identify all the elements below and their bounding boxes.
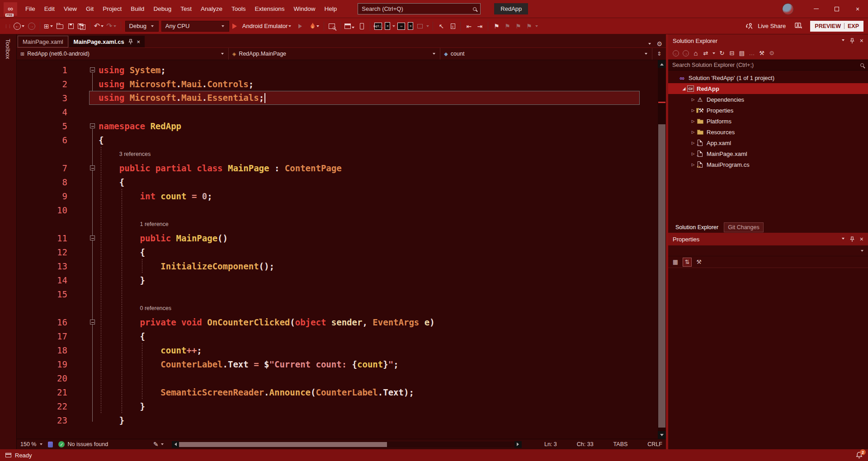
fold-collapse-icon[interactable] [90, 123, 95, 128]
code-line[interactable]: 17{ [17, 329, 658, 343]
code-text[interactable]: using System; [99, 65, 166, 75]
tree-item-resources[interactable]: ▷Resources [668, 127, 868, 137]
breadcrumb-field-dropdown[interactable]: ◆count [440, 48, 652, 60]
code-line[interactable]: 23} [17, 413, 658, 427]
solution-configuration-dropdown[interactable]: Debug [125, 21, 159, 32]
next-bookmark-icon[interactable]: ⚑ [514, 21, 523, 31]
vertical-scrollbar[interactable] [658, 60, 666, 439]
scroll-down-button[interactable] [658, 431, 666, 439]
code-line[interactable]: 7public partial class MainPage : Content… [17, 161, 658, 175]
start-debug-button[interactable]: Android Emulator [232, 23, 292, 29]
more-actions-icon[interactable]: … [748, 49, 756, 57]
code-text[interactable]: } [99, 415, 124, 425]
fold-collapse-icon[interactable] [90, 165, 95, 170]
redo-button[interactable]: ↷ [106, 21, 117, 31]
code-editor[interactable]: 1using System;2using Microsoft.Maui.Cont… [17, 60, 666, 439]
tab-mainpage.xaml.cs[interactable]: MainPage.xaml.cs× [69, 36, 145, 47]
tree-item-redapp[interactable]: ◢C#RedApp [668, 83, 868, 94]
previous-bookmark-icon[interactable]: ⚑ [503, 21, 512, 31]
code-line[interactable]: 1using System; [17, 63, 658, 77]
device-second-icon[interactable]: ≡ [408, 22, 413, 30]
scroll-up-button[interactable] [658, 60, 666, 68]
decrease-indent-icon[interactable]: ⇤ [464, 21, 473, 31]
breadcrumb-class-dropdown[interactable]: ◈RedApp.MainPage [229, 48, 441, 60]
codelens-label[interactable]: 1 reference [99, 221, 169, 227]
code-line[interactable]: 20 [17, 371, 658, 385]
code-cleanup-button[interactable]: ✎ [153, 441, 165, 448]
pin-icon[interactable] [850, 38, 854, 44]
split-window-handle[interactable]: ⇕ [652, 48, 666, 60]
code-text[interactable]: { [99, 247, 145, 257]
code-text[interactable]: using Microsoft.Maui.Controls; [99, 79, 254, 89]
tree-item-mauiprogram-cs[interactable]: ▷C#MauiProgram.cs [668, 159, 868, 170]
back-icon[interactable]: ← [672, 49, 680, 57]
navigate-back-button[interactable]: ← [14, 21, 25, 31]
code-text[interactable]: { [99, 135, 104, 145]
tree-collapsed-arrow-icon[interactable]: ▷ [690, 108, 696, 113]
notifications-button[interactable]: 2 [856, 452, 863, 459]
menu-help[interactable]: Help [320, 0, 342, 18]
navigate-forward-button[interactable]: → [27, 21, 36, 31]
breadcrumb-project-dropdown[interactable]: ⊞RedApp (net6.0-android) [17, 48, 229, 60]
pointer-tool-icon[interactable]: ↖ [437, 21, 446, 31]
fold-collapse-icon[interactable] [90, 320, 95, 325]
extension-status-icon[interactable] [48, 442, 53, 447]
tree-item-platforms[interactable]: ▷Platforms [668, 116, 868, 127]
clear-bookmarks-icon[interactable]: ⚑ [524, 21, 533, 31]
horizontal-scrollbar-thumb[interactable] [179, 442, 387, 447]
vertical-scrollbar-thumb[interactable] [658, 124, 665, 428]
visual-studio-logo-icon[interactable]: ∞ PRE [4, 2, 17, 16]
code-text[interactable]: namespace RedApp [99, 121, 181, 131]
active-files-dropdown-icon[interactable] [648, 43, 651, 46]
tree-item-solution-redapp-1-of-1-project-[interactable]: ∞Solution 'RedApp' (1 of 1 project) [668, 72, 868, 83]
close-tab-icon[interactable]: × [137, 38, 141, 45]
window-layout-button[interactable] [344, 21, 355, 31]
code-line[interactable]: 6{ [17, 133, 658, 147]
editor-options-gear-icon[interactable]: ⚙ [656, 40, 662, 47]
increase-indent-icon[interactable]: ⇥ [475, 21, 484, 31]
code-text[interactable]: InitializeComponent(); [99, 261, 274, 271]
solution-explorer-search-input[interactable]: Search Solution Explorer (Ctrl+;) [668, 60, 868, 71]
tree-collapsed-arrow-icon[interactable]: ▷ [690, 97, 696, 102]
menu-analyze[interactable]: Analyze [196, 0, 227, 18]
monitor-icon[interactable]: ▭ [397, 23, 405, 30]
refresh-icon[interactable]: ↻ [718, 49, 726, 57]
views-chevron-icon[interactable] [712, 52, 715, 56]
fold-collapse-icon[interactable] [90, 235, 95, 240]
solution-explorer-header[interactable]: Solution Explorer × [668, 34, 868, 47]
tab-mainpage.xaml[interactable]: MainPage.xaml [18, 36, 68, 47]
code-line[interactable]: 8{ [17, 175, 658, 189]
eol-indicator[interactable]: CRLF [647, 441, 662, 447]
code-line[interactable]: 19CounterLabel.Text = $"Current count: {… [17, 357, 658, 371]
code-line[interactable]: 3using Microsoft.Maui.Essentials; [17, 91, 658, 105]
line-indicator[interactable]: Ln: 3 [544, 441, 557, 447]
search-input[interactable]: Search (Ctrl+Q) [358, 3, 481, 14]
codelens-label[interactable]: 3 references [99, 151, 151, 157]
package-icon[interactable] [415, 21, 425, 31]
device-preview-button[interactable] [328, 21, 337, 31]
code-text[interactable]: int count = 0; [99, 191, 212, 201]
pin-icon[interactable] [850, 236, 854, 242]
live-share-icon[interactable] [745, 21, 754, 31]
save-all-button[interactable] [77, 21, 86, 31]
menu-project[interactable]: Project [98, 0, 126, 18]
undo-button[interactable]: ↶ [94, 21, 104, 31]
xaml-live-preview-button[interactable] [357, 21, 366, 31]
device-portrait-icon[interactable]: ≡ [385, 22, 390, 30]
scroll-left-button[interactable] [172, 441, 179, 448]
toolbar-grip[interactable]: ⋮⋮ [4, 24, 11, 28]
property-pages-wrench-icon[interactable]: ⚒ [694, 258, 703, 267]
horizontal-scrollbar[interactable] [172, 441, 522, 448]
code-text[interactable]: using Microsoft.Maui.Essentials; [99, 93, 265, 103]
code-line[interactable]: 9int count = 0; [17, 189, 658, 203]
code-text[interactable]: { [99, 331, 145, 341]
code-line[interactable]: 11public MainPage() [17, 231, 658, 245]
code-line[interactable]: 16private void OnCounterClicked(object s… [17, 315, 658, 329]
code-line[interactable]: 10 [17, 203, 658, 217]
paste-format-icon[interactable]: ≡ [448, 21, 457, 31]
close-panel-icon[interactable]: × [860, 235, 863, 243]
code-text[interactable]: CounterLabel.Text = $"Current count: {co… [99, 359, 399, 369]
minimize-button[interactable] [806, 0, 826, 18]
sort-alphabetical-icon[interactable]: ⇅ [683, 258, 692, 267]
code-line[interactable]: 13InitializeComponent(); [17, 259, 658, 273]
